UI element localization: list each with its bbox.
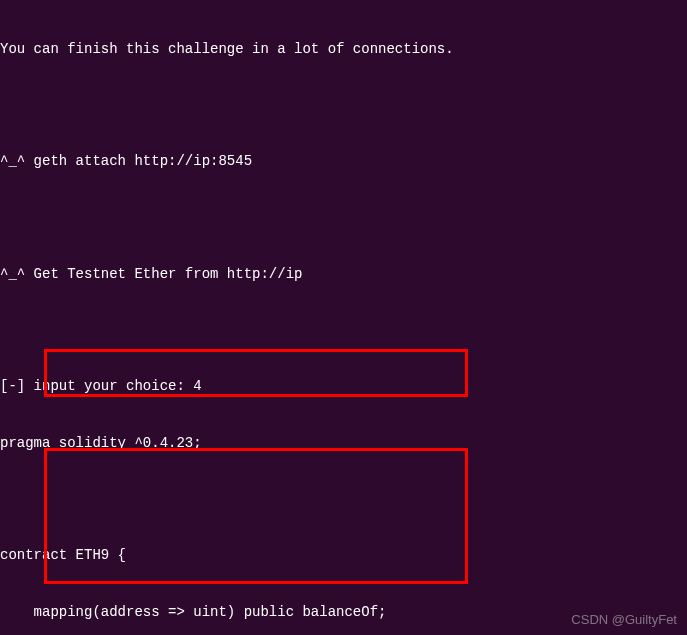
- code-line: ^_^ geth attach http://ip:8545: [0, 152, 687, 171]
- code-line: [0, 490, 687, 508]
- code-line: [-] input your choice: 4: [0, 377, 687, 396]
- code-line: [0, 209, 687, 227]
- code-line: pragma solidity ^0.4.23;: [0, 434, 687, 453]
- code-line: [0, 321, 687, 339]
- code-line: [0, 96, 687, 114]
- terminal-code-block: You can finish this challenge in a lot o…: [0, 2, 687, 635]
- watermark-text: CSDN @GuiltyFet: [571, 611, 677, 629]
- code-line: contract ETH9 {: [0, 546, 687, 565]
- code-line: ^_^ Get Testnet Ether from http://ip: [0, 265, 687, 284]
- code-line: You can finish this challenge in a lot o…: [0, 40, 687, 59]
